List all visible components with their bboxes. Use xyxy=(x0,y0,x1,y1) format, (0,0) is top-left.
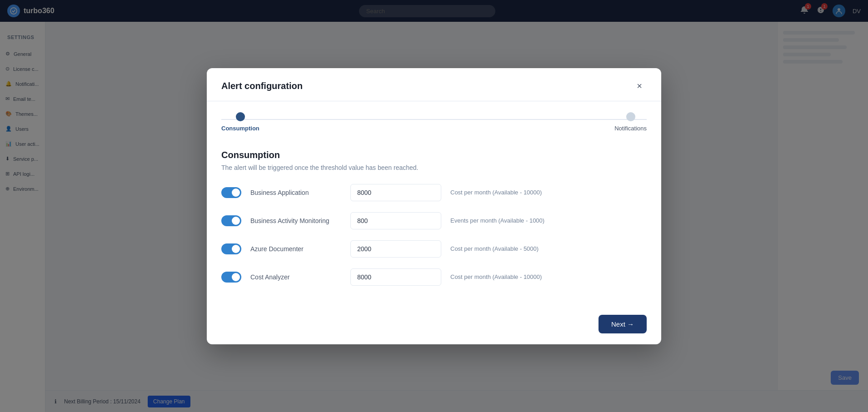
stepper-step-notifications: Notifications xyxy=(614,112,647,132)
stepper: Consumption Notifications xyxy=(207,101,661,139)
toggle-business-application[interactable] xyxy=(221,187,241,198)
toggle-slider-azure-documenter xyxy=(221,243,241,254)
section-description: The alert will be triggered once the thr… xyxy=(221,164,647,171)
input-business-application[interactable] xyxy=(350,184,441,201)
consumption-item-business-application: Business Application Cost per month (Ava… xyxy=(221,184,647,201)
toggle-slider-business-activity xyxy=(221,215,241,226)
stepper-dot-notifications xyxy=(626,112,635,121)
unit-business-activity: Events per month (Available - 1000) xyxy=(450,217,647,224)
item-label-business-activity: Business Activity Monitoring xyxy=(250,217,341,224)
stepper-step-consumption: Consumption xyxy=(221,112,259,132)
modal-close-button[interactable]: × xyxy=(632,79,647,94)
unit-azure-documenter: Cost per month (Available - 5000) xyxy=(450,245,647,252)
stepper-label-notifications: Notifications xyxy=(614,125,647,132)
item-label-cost-analyzer: Cost Analyzer xyxy=(250,273,341,281)
modal-body: Consumption The alert will be triggered … xyxy=(207,139,661,308)
modal-title: Alert configuration xyxy=(221,81,303,91)
toggle-slider-cost-analyzer xyxy=(221,272,241,283)
consumption-item-business-activity: Business Activity Monitoring Events per … xyxy=(221,212,647,229)
input-business-activity[interactable] xyxy=(350,212,441,229)
stepper-dot-consumption xyxy=(236,112,245,121)
toggle-azure-documenter[interactable] xyxy=(221,243,241,254)
consumption-item-azure-documenter: Azure Documenter Cost per month (Availab… xyxy=(221,240,647,258)
unit-business-application: Cost per month (Available - 10000) xyxy=(450,189,647,196)
next-button[interactable]: Next → xyxy=(599,315,647,333)
alert-configuration-modal: Alert configuration × Consumption Notifi… xyxy=(207,68,661,344)
stepper-label-consumption: Consumption xyxy=(221,125,259,132)
consumption-item-cost-analyzer: Cost Analyzer Cost per month (Available … xyxy=(221,268,647,286)
modal-overlay: Alert configuration × Consumption Notifi… xyxy=(0,0,868,412)
item-label-business-application: Business Application xyxy=(250,189,341,196)
stepper-steps: Consumption Notifications xyxy=(221,112,647,132)
input-azure-documenter[interactable] xyxy=(350,240,441,258)
toggle-slider-business-application xyxy=(221,187,241,198)
modal-header: Alert configuration × xyxy=(207,68,661,101)
unit-cost-analyzer: Cost per month (Available - 10000) xyxy=(450,273,647,280)
toggle-cost-analyzer[interactable] xyxy=(221,272,241,283)
input-cost-analyzer[interactable] xyxy=(350,268,441,286)
section-title: Consumption xyxy=(221,150,647,160)
next-button-label: Next → xyxy=(611,320,634,328)
modal-footer: Next → xyxy=(207,308,661,344)
toggle-business-activity[interactable] xyxy=(221,215,241,226)
item-label-azure-documenter: Azure Documenter xyxy=(250,245,341,253)
